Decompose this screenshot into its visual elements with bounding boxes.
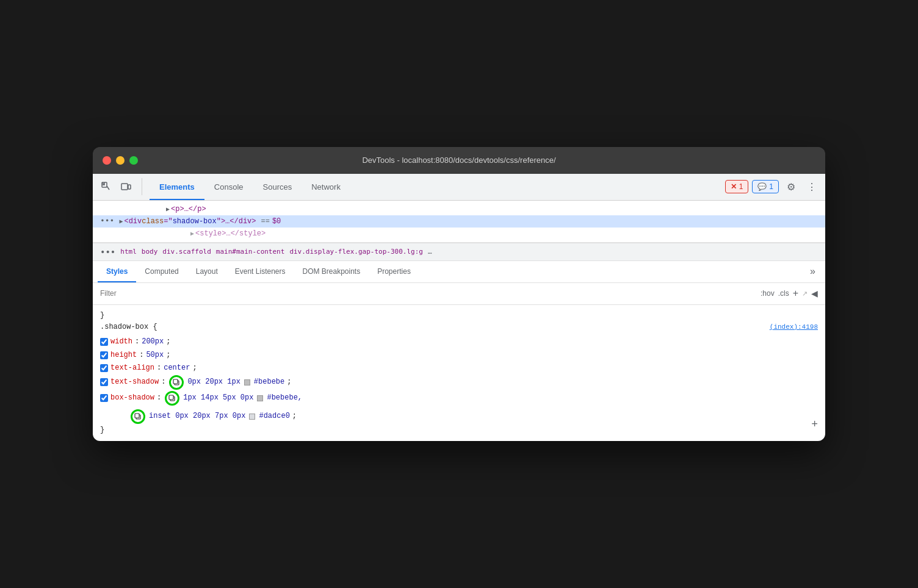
css-selector: .shadow-box { [100, 321, 157, 333]
color-swatch-dadce0[interactable] [249, 414, 255, 420]
arrow-icon-3: ▶ [190, 230, 194, 237]
breadcrumb-dots: ••• [100, 247, 115, 257]
error-badge[interactable]: ✕ 1 [725, 180, 749, 193]
message-icon: 💬 [757, 182, 767, 191]
closing-brace-row: } + [100, 425, 818, 436]
titlebar: DevTools - localhost:8080/docs/devtools/… [93, 147, 825, 174]
window-title: DevTools - localhost:8080/docs/devtools/… [362, 156, 555, 165]
text-shadow-checkbox[interactable] [100, 378, 108, 386]
copy-svg-2 [168, 395, 176, 402]
copy-icon-circle-1[interactable] [169, 375, 184, 390]
tab-event-listeners[interactable]: Event Listeners [226, 261, 294, 282]
filter-bar: :hov .cls + ↗ ◀ [93, 283, 825, 305]
text-align-checkbox[interactable] [100, 364, 108, 372]
div-tag: <div [124, 217, 142, 226]
dom-row-div[interactable]: ••• ▶ <div class =" shadow-box ">…</div>… [93, 215, 825, 228]
breadcrumb-bar: ••• html body div.scaffold main#main-con… [93, 243, 825, 261]
styles-tabs: Styles Computed Layout Event Listeners D… [93, 261, 825, 283]
ellipsis-dots: ••• [100, 217, 114, 226]
width-checkbox[interactable] [100, 338, 108, 346]
css-prop-width: width : 200px ; [100, 335, 818, 348]
error-x-icon: ✕ [731, 182, 737, 191]
color-swatch-bebebe-1[interactable] [244, 379, 250, 385]
box-shadow-line1: box-shadow : 1px 14px 5px 0px #bebebe, [100, 391, 818, 406]
copy-icon-circle-3[interactable] [131, 409, 145, 424]
tab-network[interactable]: Network [302, 174, 350, 200]
breadcrumb-div-scaffold[interactable]: div.scaffold [162, 248, 211, 256]
tab-elements[interactable]: Elements [150, 174, 204, 200]
filter-input[interactable] [100, 289, 761, 298]
svg-rect-1 [121, 184, 128, 190]
devtools-panel: Elements Console Sources Network ✕ 1 [93, 174, 825, 441]
tab-computed[interactable]: Computed [136, 261, 187, 282]
tab-console[interactable]: Console [204, 174, 253, 200]
traffic-lights [103, 156, 138, 165]
color-swatch-bebebe-2[interactable] [257, 395, 263, 401]
dollar-zero: $0 [272, 217, 281, 226]
dom-row-p[interactable]: ▶ <p>…</p> [93, 203, 825, 215]
main-tabs: Elements Console Sources Network [150, 174, 725, 200]
css-content: } .shadow-box { (index):4198 width : 200… [93, 305, 825, 441]
plus-button[interactable]: + [793, 288, 798, 299]
more-button[interactable]: ⋮ [803, 178, 820, 195]
dom-row-style[interactable]: ▶ <style>…</style> [93, 228, 825, 240]
opening-brace-line: } [100, 310, 818, 321]
cls-button[interactable]: .cls [778, 289, 789, 298]
minimize-button[interactable] [116, 156, 125, 165]
text-shadow-copy-wrapper [168, 375, 185, 390]
css-prop-box-shadow: box-shadow : 1px 14px 5px 0px #bebebe, [100, 390, 818, 425]
style-tag: <style>…</style> [195, 229, 266, 238]
device-icon[interactable] [117, 178, 134, 195]
breadcrumb-main[interactable]: main#main-content [216, 248, 285, 256]
filter-divider: ↗ [802, 290, 808, 298]
height-checkbox[interactable] [100, 351, 108, 359]
svg-rect-4 [173, 379, 178, 384]
dom-tree: ▶ <p>…</p> ••• ▶ <div class =" shadow-bo… [93, 201, 825, 242]
error-count: 1 [739, 182, 743, 191]
breadcrumb-body[interactable]: body [142, 248, 158, 256]
css-rule-header: .shadow-box { (index):4198 [100, 321, 818, 333]
equals-sign: == [261, 217, 270, 226]
tab-sources[interactable]: Sources [253, 174, 302, 200]
tabs-more-button[interactable]: » [805, 266, 820, 277]
copy-icon-circle-2[interactable] [165, 391, 179, 406]
css-prop-text-shadow: text-shadow : 0px 20px 1px #bebebe ; [100, 375, 818, 390]
maximize-button[interactable] [129, 156, 138, 165]
inspect-icon[interactable] [98, 178, 115, 195]
settings-button[interactable]: ⚙ [782, 178, 800, 195]
css-prop-height: height : 50px ; [100, 349, 818, 362]
arrow-button[interactable]: ◀ [811, 289, 818, 298]
box-shadow-checkbox[interactable] [100, 394, 108, 402]
breadcrumb-div-flex[interactable]: div.display-flex.gap-top-300.lg:g [289, 248, 423, 256]
message-badge[interactable]: 💬 1 [752, 180, 779, 193]
elements-panel: ▶ <p>…</p> ••• ▶ <div class =" shadow-bo… [93, 201, 825, 243]
p-tag: <p>…</p> [171, 205, 206, 213]
message-count: 1 [769, 182, 773, 191]
filter-actions: :hov .cls + ↗ ◀ [761, 288, 818, 299]
breadcrumb-more[interactable]: … [428, 248, 432, 256]
breadcrumb-html[interactable]: html [120, 248, 137, 256]
svg-rect-6 [169, 395, 173, 400]
arrow-icon-2: ▶ [119, 218, 123, 225]
tab-styles[interactable]: Styles [98, 261, 136, 282]
add-rule-button[interactable]: + [811, 416, 818, 434]
copy-svg-1 [173, 379, 180, 386]
css-prop-text-align: text-align : center ; [100, 362, 818, 375]
devtools-window: DevTools - localhost:8080/docs/devtools/… [93, 147, 825, 441]
arrow-icon: ▶ [166, 206, 170, 213]
toolbar-icons [98, 178, 142, 195]
tab-dom-breakpoints[interactable]: DOM Breakpoints [294, 261, 369, 282]
svg-rect-8 [135, 414, 139, 418]
box-shadow-line2: inset 0px 20px 7px 0px #dadce0 ; [100, 409, 297, 424]
top-toolbar: Elements Console Sources Network ✕ 1 [93, 174, 825, 201]
tab-layout[interactable]: Layout [187, 261, 226, 282]
svg-rect-2 [128, 185, 131, 189]
css-source-link[interactable]: (index):4198 [770, 322, 818, 333]
close-button[interactable] [103, 156, 111, 165]
tab-properties[interactable]: Properties [369, 261, 419, 282]
toolbar-right: ✕ 1 💬 1 ⚙ ⋮ [725, 178, 820, 195]
copy-svg-3 [134, 413, 142, 420]
hov-button[interactable]: :hov [761, 289, 775, 298]
